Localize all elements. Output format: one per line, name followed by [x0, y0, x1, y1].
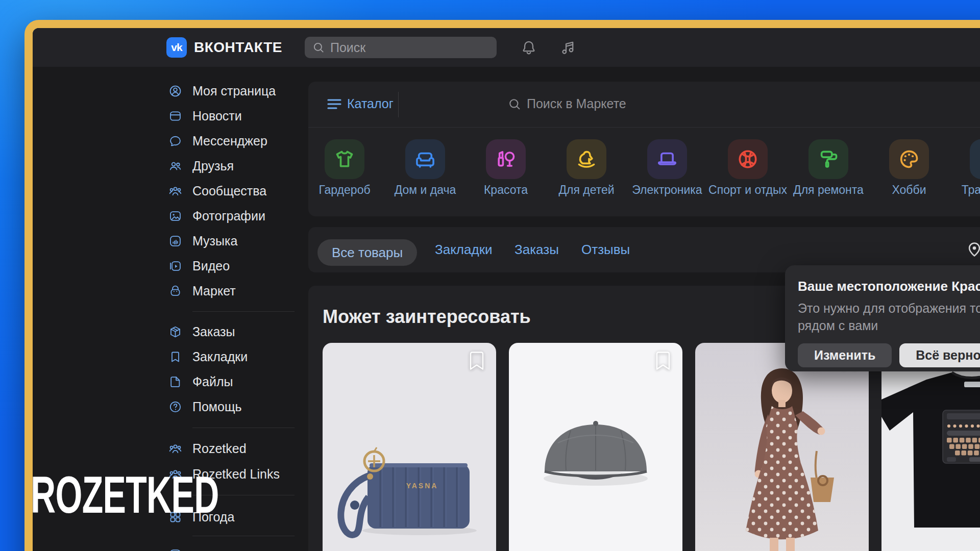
- divider: [398, 92, 399, 117]
- sidebar-item-сообщества[interactable]: Сообщества: [160, 179, 313, 204]
- sidebar-item-мессенджер[interactable]: Мессенджер: [160, 129, 313, 154]
- category-label[interactable]: Дом и дача: [382, 183, 469, 197]
- sidebar-item-label: Новости: [192, 109, 242, 123]
- sidebar-item-видео[interactable]: Видео: [160, 254, 313, 279]
- communities-icon: [168, 184, 182, 198]
- sidebar-item-моя-страница[interactable]: Моя страница: [160, 79, 313, 104]
- vk-logo-text: ВКОНТАКТЕ: [194, 39, 282, 56]
- catalog-hamburger-icon[interactable]: [327, 97, 342, 111]
- sidebar-item-label: Друзья: [192, 159, 234, 173]
- dress-photo: [695, 343, 869, 551]
- category-label[interactable]: Хобби: [866, 183, 952, 197]
- section-heading: Может заинтересовать: [323, 306, 531, 328]
- sofa-icon: [413, 147, 437, 171]
- category-label[interactable]: Для детей: [543, 183, 630, 197]
- palette-icon: [897, 147, 921, 171]
- popup-body-line1: Это нужно для отображения товаров: [798, 301, 980, 315]
- tab-заказы[interactable]: Заказы: [514, 227, 559, 272]
- location-pin-icon[interactable]: [965, 240, 980, 258]
- product-card-cap[interactable]: [509, 343, 682, 551]
- help-circle-icon: [168, 400, 182, 414]
- bookmark-icon[interactable]: [468, 350, 486, 371]
- location-popup-body: Это нужно для отображения товаров рядом …: [798, 299, 980, 334]
- laptop-icon: [655, 147, 679, 171]
- friends-icon: [168, 159, 182, 173]
- location-popup: Ваше местоположение Красноярск Это нужно…: [785, 265, 980, 371]
- sidebar-item-маркет[interactable]: Маркет: [160, 279, 313, 304]
- category-tile-sofa[interactable]: [405, 139, 445, 179]
- category-label[interactable]: Электроника: [624, 183, 710, 197]
- category-tile-rocking-horse[interactable]: [567, 139, 606, 179]
- sidebar-divider: [192, 311, 295, 312]
- popup-body-line2: рядом с вами: [798, 318, 878, 333]
- sidebar-item-заказы[interactable]: Заказы: [160, 319, 313, 344]
- music-note-icon[interactable]: [559, 39, 577, 56]
- category-label[interactable]: Спорт и отдых: [704, 183, 791, 197]
- sidebar-item-label: Заказы: [192, 324, 235, 339]
- category-label[interactable]: Транспорт: [946, 183, 980, 197]
- search-icon: [507, 97, 522, 111]
- category-tile-beauty[interactable]: [486, 139, 526, 179]
- sidebar-item-закладки[interactable]: Закладки: [160, 344, 313, 369]
- category-tile-paint-roller[interactable]: [808, 139, 848, 179]
- category-tile-palette[interactable]: [889, 139, 929, 179]
- video-app-icon: [168, 259, 182, 273]
- category-label[interactable]: Для ремонта: [785, 183, 872, 197]
- file-icon: [168, 375, 182, 389]
- sidebar-item-rozetked[interactable]: Rozetked: [160, 436, 313, 461]
- vk-logo-icon: vk: [166, 37, 187, 58]
- tab-закладки[interactable]: Закладки: [435, 227, 493, 272]
- product-card-clutch[interactable]: YASNA: [323, 343, 496, 551]
- tab-все-товары[interactable]: Все товары: [317, 239, 417, 266]
- vk-logo[interactable]: vk ВКОНТАКТЕ: [166, 37, 282, 58]
- confirm-location-button[interactable]: Всё верно: [899, 343, 980, 367]
- sidebar-item-файлы[interactable]: Файлы: [160, 369, 313, 394]
- communities-icon: [168, 442, 182, 456]
- sidebar-item-label: Моя страница: [192, 84, 276, 98]
- product-card-tshirt[interactable]: [881, 343, 980, 551]
- category-tile-tshirt[interactable]: [325, 139, 364, 179]
- market-catalog-panel: Каталог Поиск в Маркете ГардеробДом и да…: [308, 82, 980, 216]
- music-app-icon: [168, 234, 182, 248]
- sidebar-item-помощь[interactable]: Помощь: [160, 394, 313, 419]
- global-search-input[interactable]: Поиск: [305, 37, 497, 58]
- category-label[interactable]: Красота: [462, 183, 549, 197]
- popup-buttons: Изменить Всё верно: [798, 343, 980, 367]
- messenger-icon: [168, 134, 182, 148]
- category-label[interactable]: Гардероб: [301, 183, 388, 197]
- svg-text:YASNA: YASNA: [406, 482, 438, 490]
- market-search-input[interactable]: Поиск в Маркете: [405, 82, 980, 128]
- bookmark-icon[interactable]: [654, 350, 672, 371]
- beauty-icon: [494, 147, 518, 171]
- market-bag-icon: [168, 284, 182, 298]
- sidebar-item-label: Сообщества: [192, 184, 266, 198]
- category-tile-basketball[interactable]: [728, 139, 768, 179]
- sidebar-item-label: Закладки: [192, 349, 248, 364]
- clutch-photo: YASNA: [323, 343, 496, 551]
- bookmark-icon: [168, 350, 182, 364]
- sidebar-item-новости[interactable]: Новости: [160, 104, 313, 129]
- tab-отзывы[interactable]: Отзывы: [581, 227, 630, 272]
- tshirt-photo: [881, 343, 980, 551]
- sidebar-item-label: Видео: [192, 259, 230, 273]
- sidebar-item-музыка[interactable]: Музыка: [160, 229, 313, 254]
- sidebar-item-label: Файлы: [192, 374, 233, 389]
- catalog-button[interactable]: Каталог: [347, 96, 394, 111]
- app-person-icon: [168, 548, 182, 551]
- scooter-icon: [978, 147, 980, 171]
- sidebar-item-label: Музыка: [192, 234, 237, 248]
- sidebar-item-фотографии[interactable]: Фотографии: [160, 204, 313, 229]
- product-card-dress[interactable]: [695, 343, 869, 551]
- sidebar-item-label: Мессенджер: [192, 134, 267, 148]
- notifications-bell-icon[interactable]: [520, 39, 537, 56]
- category-tile-laptop[interactable]: [647, 139, 687, 179]
- change-location-button[interactable]: Изменить: [798, 343, 892, 367]
- sidebar-item-друзья[interactable]: Друзья: [160, 154, 313, 179]
- category-tile-scooter[interactable]: [970, 139, 980, 179]
- vk-header: vk ВКОНТАКТЕ Поиск: [33, 28, 980, 67]
- photos-icon: [168, 209, 182, 223]
- rocking-horse-icon: [575, 147, 598, 171]
- sidebar-item-partial[interactable]: [160, 542, 313, 551]
- basketball-icon: [736, 147, 760, 171]
- newsfeed-icon: [168, 109, 182, 123]
